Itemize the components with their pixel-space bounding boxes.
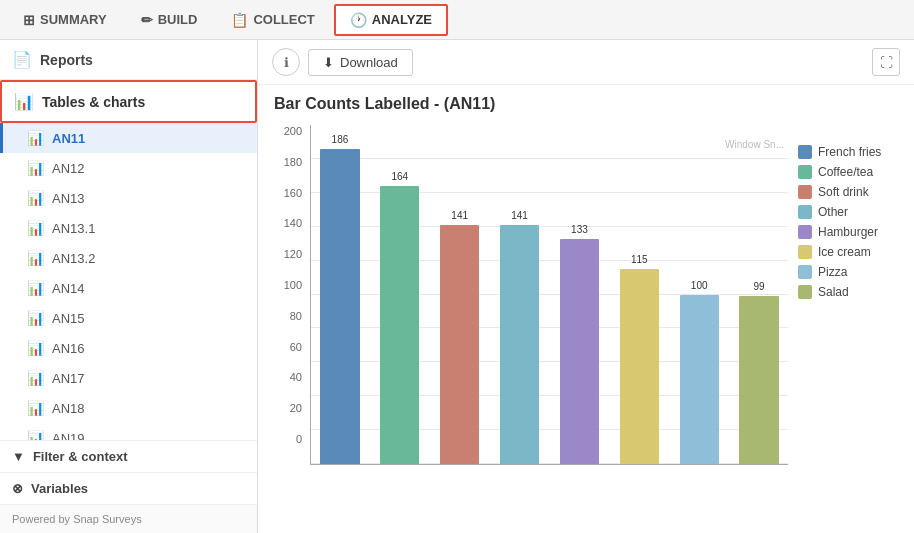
y-axis-label: 60: [290, 341, 302, 353]
legend-item: French fries: [798, 145, 888, 159]
chart-area: 200180160140120100806040200 Window Sn...…: [274, 125, 898, 465]
y-axis-label: 180: [284, 156, 302, 168]
chart-icon: 📊: [27, 220, 44, 236]
legend-label: Other: [818, 205, 848, 219]
y-axis-label: 80: [290, 310, 302, 322]
legend-item: Other: [798, 205, 888, 219]
chart-title: Bar Counts Labelled - (AN11): [274, 95, 898, 113]
bar-value-label: 164: [391, 171, 408, 182]
chart-icon: 📊: [27, 370, 44, 386]
build-icon: ✏: [141, 12, 153, 28]
chart-icon: 📊: [27, 400, 44, 416]
reports-icon: 📄: [12, 50, 32, 69]
sidebar-item-an16[interactable]: 📊AN16: [0, 333, 257, 363]
content-toolbar: ℹ ⬇ Download ⛶: [258, 40, 914, 85]
bar-6: 100: [680, 295, 719, 465]
legend-color-swatch: [798, 245, 812, 259]
bar-value-label: 141: [451, 210, 468, 221]
bar-value-label: 100: [691, 280, 708, 291]
legend-label: Coffee/tea: [818, 165, 873, 179]
chart-legend: French friesCoffee/teaSoft drinkOtherHam…: [788, 125, 898, 465]
bar-0: 186: [320, 149, 359, 464]
legend-color-swatch: [798, 285, 812, 299]
sidebar-item-an13.2[interactable]: 📊AN13.2: [0, 243, 257, 273]
chart-icon: 📊: [27, 310, 44, 326]
bar-1: 164: [380, 186, 419, 464]
chart-icon: 📊: [27, 250, 44, 266]
sidebar-reports[interactable]: 📄 Reports: [0, 40, 257, 80]
bar-group: 186: [311, 125, 369, 464]
legend-item: Coffee/tea: [798, 165, 888, 179]
y-axis-label: 120: [284, 248, 302, 260]
bar-value-label: 141: [511, 210, 528, 221]
toolbar-left: ℹ ⬇ Download: [272, 48, 413, 76]
chart-icon: 📊: [27, 190, 44, 206]
sidebar-item-list: 📊AN11📊AN12📊AN13📊AN13.1📊AN13.2📊AN14📊AN15📊…: [0, 123, 257, 440]
y-axis-label: 0: [296, 433, 302, 445]
bar-group: 133: [551, 125, 609, 464]
legend-color-swatch: [798, 145, 812, 159]
y-axis: 200180160140120100806040200: [274, 125, 310, 465]
nav-analyze[interactable]: 🕐 ANALYZE: [334, 4, 448, 36]
top-navigation: ⊞ SUMMARY ✏ BUILD 📋 COLLECT 🕐 ANALYZE: [0, 0, 914, 40]
legend-color-swatch: [798, 185, 812, 199]
sidebar-footer: Powered by Snap Surveys: [0, 504, 257, 533]
bar-group: 99: [730, 125, 788, 464]
legend-color-swatch: [798, 205, 812, 219]
bar-5: 115: [620, 269, 659, 464]
sidebar-item-an18[interactable]: 📊AN18: [0, 393, 257, 423]
legend-label: French fries: [818, 145, 881, 159]
chart-icon: 📊: [27, 340, 44, 356]
bar-value-label: 99: [754, 281, 765, 292]
legend-color-swatch: [798, 225, 812, 239]
bar-group: 141: [491, 125, 549, 464]
expand-button[interactable]: ⛶: [872, 48, 900, 76]
sidebar-filter[interactable]: ▼ Filter & context: [0, 440, 257, 472]
bar-value-label: 186: [332, 134, 349, 145]
sidebar-tables-charts[interactable]: 📊 Tables & charts: [0, 80, 257, 123]
chart-icon: 📊: [27, 280, 44, 296]
legend-color-swatch: [798, 265, 812, 279]
bar-group: 115: [610, 125, 668, 464]
sidebar-item-an17[interactable]: 📊AN17: [0, 363, 257, 393]
summary-icon: ⊞: [23, 12, 35, 28]
bar-group: 141: [431, 125, 489, 464]
info-button[interactable]: ℹ: [272, 48, 300, 76]
y-axis-label: 200: [284, 125, 302, 137]
legend-label: Ice cream: [818, 245, 871, 259]
chart-container: Bar Counts Labelled - (AN11) 20018016014…: [258, 85, 914, 533]
legend-item: Salad: [798, 285, 888, 299]
sidebar-item-an13.1[interactable]: 📊AN13.1: [0, 213, 257, 243]
bar-group: 100: [670, 125, 728, 464]
sidebar-variables[interactable]: ⊗ Variables: [0, 472, 257, 504]
sidebar-item-an15[interactable]: 📊AN15: [0, 303, 257, 333]
y-axis-label: 160: [284, 187, 302, 199]
bar-3: 141: [500, 225, 539, 464]
legend-item: Hamburger: [798, 225, 888, 239]
collect-icon: 📋: [231, 12, 248, 28]
legend-label: Hamburger: [818, 225, 878, 239]
bar-value-label: 133: [571, 224, 588, 235]
bar-2: 141: [440, 225, 479, 464]
legend-item: Soft drink: [798, 185, 888, 199]
legend-item: Ice cream: [798, 245, 888, 259]
sidebar-item-an13[interactable]: 📊AN13: [0, 183, 257, 213]
nav-collect[interactable]: 📋 COLLECT: [216, 5, 329, 35]
download-button[interactable]: ⬇ Download: [308, 49, 413, 76]
y-axis-label: 140: [284, 217, 302, 229]
sidebar-item-an11[interactable]: 📊AN11: [0, 123, 257, 153]
bar-value-label: 115: [631, 254, 648, 265]
y-axis-label: 100: [284, 279, 302, 291]
legend-color-swatch: [798, 165, 812, 179]
chart-icon: 📊: [27, 130, 44, 146]
filter-icon: ▼: [12, 449, 25, 464]
expand-icon: ⛶: [880, 55, 893, 70]
sidebar-item-an12[interactable]: 📊AN12: [0, 153, 257, 183]
sidebar-item-an19[interactable]: 📊AN19: [0, 423, 257, 440]
legend-item: Pizza: [798, 265, 888, 279]
nav-summary[interactable]: ⊞ SUMMARY: [8, 5, 122, 35]
sidebar-item-an14[interactable]: 📊AN14: [0, 273, 257, 303]
analyze-icon: 🕐: [350, 12, 367, 28]
nav-build[interactable]: ✏ BUILD: [126, 5, 213, 35]
download-icon: ⬇: [323, 55, 334, 70]
